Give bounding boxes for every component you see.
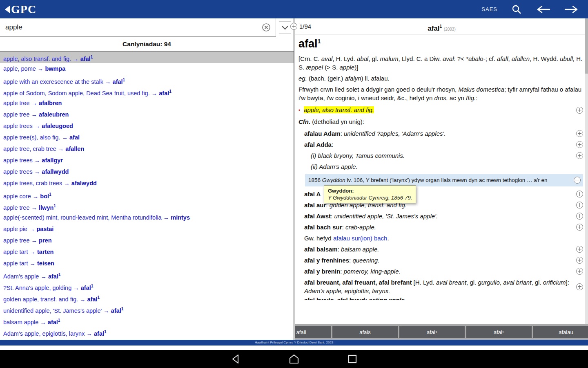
- text-segment: malum: [380, 55, 399, 62]
- clear-search-button[interactable]: [257, 23, 276, 32]
- expand-icon[interactable]: [576, 191, 583, 197]
- result-row[interactable]: apple tart → tarten: [0, 246, 294, 258]
- text-segment: (> S.: [323, 64, 339, 71]
- back-triangle-icon: [5, 5, 10, 13]
- result-row[interactable]: apple trees, crab trees → afalwydd: [0, 177, 294, 189]
- expand-entry-icon[interactable]: [290, 23, 297, 30]
- text-segment: Gw. hefyd: [304, 235, 333, 242]
- arrow-icon: →: [33, 168, 42, 175]
- result-row[interactable]: Adam's apple, epiglottis, larynx → afal1: [0, 326, 294, 338]
- text-segment: *abalo-: [466, 55, 486, 62]
- result-row[interactable]: Adam's apple → afal1: [0, 269, 294, 280]
- result-row[interactable]: apple of Sodom, Sodom apple, Dead Sea fr…: [0, 86, 294, 97]
- arrow-icon: →: [56, 146, 66, 152]
- result-row[interactable]: apple tart → teisen: [0, 258, 294, 269]
- android-recents-icon[interactable]: [347, 354, 358, 364]
- expand-icon[interactable]: [576, 213, 583, 220]
- result-row[interactable]: apple tree → llwyn1: [0, 200, 294, 212]
- result-headword: afal: [48, 319, 58, 325]
- homograph-number: 1: [121, 307, 124, 311]
- result-row[interactable]: unidentified apple, 'St. James's apple' …: [0, 303, 294, 315]
- expand-icon[interactable]: [576, 246, 583, 253]
- search-bar: [0, 18, 294, 37]
- entry-tab[interactable]: afall: [295, 326, 331, 338]
- result-headword: afaleubren: [39, 111, 69, 118]
- arrow-icon: →: [38, 319, 48, 325]
- text-segment: afalyn: [345, 75, 361, 82]
- result-headword: pren: [39, 237, 51, 244]
- result-description: apple tart: [3, 249, 28, 255]
- arrow-icon: →: [31, 193, 40, 200]
- collapse-icon[interactable]: [574, 177, 581, 184]
- result-headword: afal: [80, 56, 91, 62]
- android-back-icon[interactable]: [230, 354, 241, 364]
- result-row[interactable]: apple, also transf. and fig. → afal1: [0, 52, 294, 63]
- entry-tab[interactable]: afal1: [399, 326, 465, 338]
- expand-icon[interactable]: [576, 257, 583, 264]
- text-segment: ac yn: [448, 94, 466, 101]
- result-row[interactable]: golden apple, transf. and fig. → afal1: [0, 292, 294, 303]
- expand-icon[interactable]: [576, 107, 583, 114]
- text-segment: (bach. (geir.): [307, 75, 345, 82]
- homograph-number: 1: [58, 272, 61, 277]
- tooltip-body: Y Gwyddoniadur Cymreig, 1856-79.: [328, 194, 412, 201]
- text-segment: æppel: [306, 64, 323, 71]
- result-row[interactable]: apple trees → afallwydd: [0, 166, 294, 177]
- homograph-number: 1: [435, 330, 437, 334]
- result-headword: afallgyr: [42, 157, 63, 164]
- expand-icon[interactable]: [576, 268, 583, 275]
- scrollbar-thumb[interactable]: [585, 18, 588, 74]
- entry-tab[interactable]: afalau: [533, 326, 588, 338]
- result-description: apple tree, crab tree: [3, 146, 56, 152]
- result-row[interactable]: apple trees → afaleugoed: [0, 120, 294, 132]
- cross-reference-link[interactable]: afalau sur(ion) bach: [333, 235, 388, 242]
- text-segment: afal breuant, afal freuant, afal brefant: [304, 279, 412, 286]
- expand-icon[interactable]: [576, 141, 583, 148]
- line-text: (ii) Adam's apple.: [311, 162, 583, 171]
- text-segment: apple, also transf. and fig.: [304, 106, 374, 113]
- text-segment: Ffrwyth crwn lled solet a ddygir gan goe…: [298, 86, 458, 93]
- app-logo[interactable]: GPC: [5, 3, 36, 16]
- result-row[interactable]: apple tree → afaleubren: [0, 109, 294, 120]
- search-input[interactable]: [0, 18, 257, 36]
- entry-paragraph: [Crn. C. aval, H. Lyd. abal, gl. malum, …: [298, 54, 583, 72]
- android-home-icon[interactable]: [288, 354, 300, 364]
- result-row[interactable]: apple pie → pastai: [0, 223, 294, 235]
- text-segment: , H. Lyd.: [332, 55, 356, 62]
- expand-icon[interactable]: [576, 283, 583, 290]
- result-row[interactable]: apple core → bol1: [0, 189, 294, 200]
- text-segment: afalau.: [371, 75, 390, 82]
- expand-icon[interactable]: [576, 224, 583, 231]
- app-title: GPC: [11, 3, 36, 16]
- search-icon[interactable]: [511, 4, 522, 15]
- expand-icon[interactable]: [576, 202, 583, 209]
- homograph-number: 1: [91, 55, 93, 59]
- result-row[interactable]: apple(-scented) mint, round-leaved mint,…: [0, 212, 294, 223]
- history-forward-arrow-icon[interactable]: [564, 5, 579, 14]
- language-toggle[interactable]: SAES: [481, 6, 497, 12]
- entry-tab[interactable]: afais: [332, 326, 398, 338]
- result-row[interactable]: apple tree → pren: [0, 235, 294, 246]
- expand-icon[interactable]: [576, 130, 583, 137]
- text-segment: aval: [443, 55, 454, 62]
- citation-quote[interactable]: 1856 Gwyddon iv. 106, Y brefant ('larynx…: [305, 174, 583, 186]
- result-headword: afal: [48, 273, 58, 280]
- result-row[interactable]: balsam apple → afal1: [0, 315, 294, 326]
- sub-entry: (ii) Adam's apple.: [298, 161, 583, 172]
- entry-panel: 1/94 afal1 (2003) afal1 [Crn. C. aval, H…: [295, 18, 588, 340]
- entry-tab[interactable]: afal2: [466, 326, 532, 338]
- result-description: apple tart: [3, 260, 28, 267]
- result-row[interactable]: apple, pome → bwmpa: [0, 63, 294, 74]
- result-row[interactable]: ?St. Anna's apple, golding → afal1: [0, 280, 294, 292]
- result-row[interactable]: apple tree, crab tree → afallen: [0, 143, 294, 155]
- result-row[interactable]: apple tree(s), also fig. → afal: [0, 132, 294, 143]
- result-row[interactable]: apple trees → afallgyr: [0, 155, 294, 166]
- results-count-header: Canlyniadau: 94: [0, 37, 294, 52]
- text-segment: pomeroy, king-apple.: [344, 268, 401, 275]
- result-row[interactable]: apple with an excrescence at the stalk →…: [0, 74, 294, 86]
- history-back-arrow-icon[interactable]: [536, 5, 550, 14]
- result-row[interactable]: apple tree → afalbren: [0, 97, 294, 109]
- expand-icon[interactable]: [576, 152, 583, 159]
- entry-scrollbar[interactable]: [585, 18, 588, 324]
- text-segment: afal y brenin: [304, 268, 340, 275]
